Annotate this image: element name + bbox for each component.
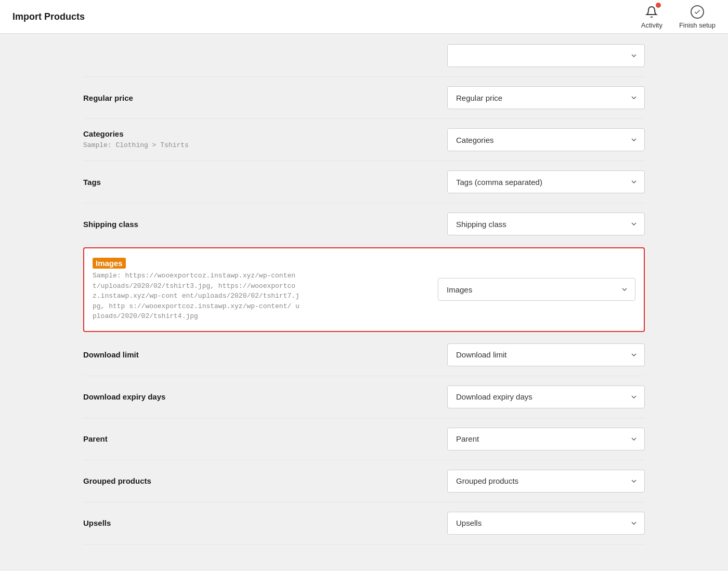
download-expiry-dropdown-col: Download expiry days (302, 386, 645, 408)
parent-label-col: Parent (83, 434, 302, 443)
categories-label: Categories (83, 129, 302, 138)
upsells-dropdown-col: Upsells (302, 512, 645, 535)
grouped-products-dropdown-col: Grouped products (302, 470, 645, 493)
images-dropdown-col: Images (311, 278, 635, 301)
finish-check-icon (694, 8, 701, 16)
categories-dropdown-col: Categories (302, 128, 645, 151)
images-label-col: Images Sample: https://wooexportcoz.inst… (93, 258, 311, 322)
main-content: Regular price Regular price Categories S… (0, 34, 728, 545)
images-label: Images (93, 258, 126, 269)
grouped-products-row: Grouped products Grouped products (83, 460, 645, 502)
upsells-row: Upsells Upsells (83, 502, 645, 545)
header-actions: Activity Finish setup (641, 5, 716, 29)
grouped-products-select[interactable]: Grouped products (447, 470, 645, 493)
download-expiry-select[interactable]: Download expiry days (447, 386, 645, 408)
activity-button[interactable]: Activity (641, 5, 662, 29)
upsells-label-col: Upsells (83, 519, 302, 527)
regular-price-label-col: Regular price (83, 94, 302, 102)
download-limit-label: Download limit (83, 350, 302, 359)
images-row: Images Sample: https://wooexportcoz.inst… (83, 247, 645, 332)
tags-row: Tags Tags (comma separated) (83, 161, 645, 203)
tags-label-col: Tags (83, 178, 302, 187)
parent-label: Parent (83, 434, 302, 443)
top-partial-dropdown-col (83, 44, 645, 67)
activity-label: Activity (641, 21, 662, 29)
categories-label-col: Categories Sample: Clothing > Tshirts (83, 129, 302, 151)
page-header: Import Products Activity Finish (0, 0, 728, 34)
parent-row: Parent Parent (83, 418, 645, 460)
tags-label: Tags (83, 178, 302, 187)
regular-price-select[interactable]: Regular price (447, 86, 645, 109)
download-expiry-label: Download expiry days (83, 392, 302, 401)
download-limit-row: Download limit Download limit (83, 334, 645, 376)
download-limit-label-col: Download limit (83, 350, 302, 359)
download-limit-select[interactable]: Download limit (447, 343, 645, 366)
download-expiry-label-col: Download expiry days (83, 392, 302, 401)
finish-circle-icon (691, 5, 704, 19)
top-partial-select[interactable] (447, 44, 645, 67)
finish-setup-label: Finish setup (679, 21, 716, 29)
regular-price-dropdown-col: Regular price (302, 86, 645, 109)
categories-select[interactable]: Categories (447, 128, 645, 151)
images-sample: Sample: https://wooexportcoz.instawp.xyz… (93, 271, 301, 322)
shipping-class-select[interactable]: Shipping class (447, 213, 645, 235)
top-partial-row (83, 44, 645, 77)
finish-icon-wrap (690, 5, 705, 19)
download-expiry-row: Download expiry days Download expiry day… (83, 376, 645, 418)
tags-select[interactable]: Tags (comma separated) (447, 170, 645, 193)
upsells-label: Upsells (83, 519, 302, 527)
finish-setup-button[interactable]: Finish setup (679, 5, 716, 29)
shipping-class-label-col: Shipping class (83, 220, 302, 229)
categories-sample: Sample: Clothing > Tshirts (83, 140, 291, 151)
images-select[interactable]: Images (438, 278, 635, 301)
tags-dropdown-col: Tags (comma separated) (302, 170, 645, 193)
grouped-products-label-col: Grouped products (83, 476, 302, 485)
parent-select[interactable]: Parent (447, 428, 645, 450)
activity-badge (656, 3, 661, 8)
grouped-products-label: Grouped products (83, 476, 302, 485)
shipping-class-dropdown-col: Shipping class (302, 213, 645, 235)
shipping-class-row: Shipping class Shipping class (83, 203, 645, 245)
regular-price-row: Regular price Regular price (83, 77, 645, 119)
categories-row: Categories Sample: Clothing > Tshirts Ca… (83, 119, 645, 161)
parent-dropdown-col: Parent (302, 428, 645, 450)
page-title: Import Products (12, 11, 85, 22)
shipping-class-label: Shipping class (83, 220, 302, 229)
upsells-select[interactable]: Upsells (447, 512, 645, 535)
regular-price-label: Regular price (83, 94, 302, 102)
download-limit-dropdown-col: Download limit (302, 343, 645, 366)
activity-icon (645, 6, 658, 18)
activity-icon-wrap (644, 5, 659, 19)
